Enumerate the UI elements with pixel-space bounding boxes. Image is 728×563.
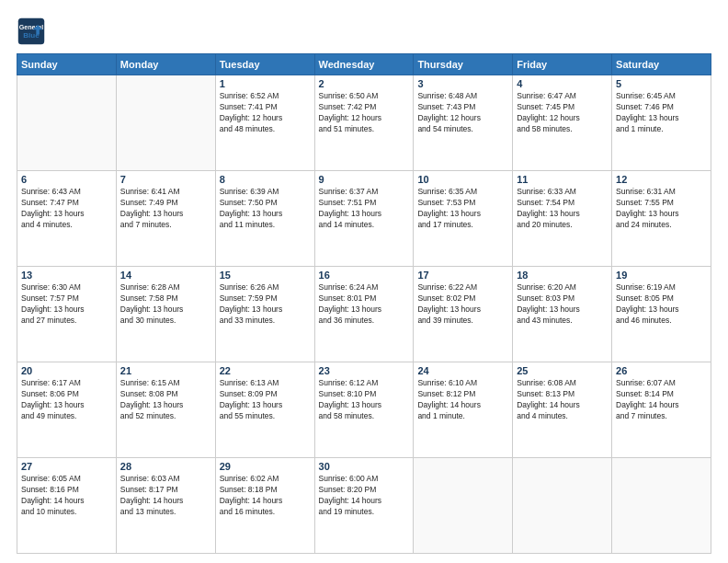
calendar-cell: 21Sunrise: 6:15 AM Sunset: 8:08 PM Dayli… (116, 362, 215, 458)
day-number: 19 (616, 270, 707, 281)
calendar-cell: 7Sunrise: 6:41 AM Sunset: 7:49 PM Daylig… (116, 171, 215, 267)
weekday-header-monday: Monday (116, 54, 215, 75)
calendar-cell: 16Sunrise: 6:24 AM Sunset: 8:01 PM Dayli… (314, 267, 414, 362)
day-info: Sunrise: 6:07 AM Sunset: 8:14 PM Dayligh… (616, 378, 707, 422)
day-info: Sunrise: 6:37 AM Sunset: 7:51 PM Dayligh… (319, 187, 410, 231)
calendar-week-row: 27Sunrise: 6:05 AM Sunset: 8:16 PM Dayli… (17, 458, 711, 554)
calendar-cell: 20Sunrise: 6:17 AM Sunset: 8:06 PM Dayli… (17, 362, 117, 458)
calendar-cell: 17Sunrise: 6:22 AM Sunset: 8:02 PM Dayli… (414, 267, 513, 362)
day-info: Sunrise: 6:48 AM Sunset: 7:43 PM Dayligh… (417, 91, 508, 135)
day-info: Sunrise: 6:26 AM Sunset: 7:59 PM Dayligh… (220, 282, 311, 327)
day-number: 7 (120, 174, 211, 185)
calendar-cell: 4Sunrise: 6:47 AM Sunset: 7:45 PM Daylig… (513, 75, 612, 171)
day-info: Sunrise: 6:10 AM Sunset: 8:12 PM Dayligh… (417, 378, 508, 422)
day-info: Sunrise: 6:33 AM Sunset: 7:54 PM Dayligh… (517, 187, 608, 231)
day-number: 6 (21, 174, 112, 185)
calendar-cell: 5Sunrise: 6:45 AM Sunset: 7:46 PM Daylig… (612, 75, 711, 171)
calendar-cell: 23Sunrise: 6:12 AM Sunset: 8:10 PM Dayli… (314, 362, 414, 458)
calendar-cell: 2Sunrise: 6:50 AM Sunset: 7:42 PM Daylig… (314, 75, 414, 171)
calendar-cell: 1Sunrise: 6:52 AM Sunset: 7:41 PM Daylig… (215, 75, 314, 171)
weekday-header-sunday: Sunday (17, 54, 117, 75)
day-number: 16 (319, 270, 410, 281)
day-number: 26 (616, 365, 707, 376)
logo: General Blue (17, 17, 50, 46)
day-number: 21 (120, 365, 211, 376)
calendar-cell: 22Sunrise: 6:13 AM Sunset: 8:09 PM Dayli… (215, 362, 314, 458)
day-info: Sunrise: 6:03 AM Sunset: 8:17 PM Dayligh… (120, 474, 211, 518)
calendar-week-row: 1Sunrise: 6:52 AM Sunset: 7:41 PM Daylig… (17, 75, 711, 171)
calendar-cell: 13Sunrise: 6:30 AM Sunset: 7:57 PM Dayli… (17, 267, 117, 362)
day-info: Sunrise: 6:28 AM Sunset: 7:58 PM Dayligh… (120, 282, 211, 327)
day-number: 25 (517, 365, 608, 376)
calendar-cell: 24Sunrise: 6:10 AM Sunset: 8:12 PM Dayli… (414, 362, 513, 458)
day-info: Sunrise: 6:05 AM Sunset: 8:16 PM Dayligh… (21, 474, 112, 518)
calendar-cell: 28Sunrise: 6:03 AM Sunset: 8:17 PM Dayli… (116, 458, 215, 554)
calendar-cell (513, 458, 612, 554)
day-info: Sunrise: 6:13 AM Sunset: 8:09 PM Dayligh… (220, 378, 311, 422)
calendar-cell: 26Sunrise: 6:07 AM Sunset: 8:14 PM Dayli… (612, 362, 711, 458)
day-number: 14 (120, 270, 211, 281)
day-number: 23 (319, 365, 410, 376)
day-number: 1 (220, 78, 311, 89)
day-number: 3 (417, 78, 508, 89)
day-info: Sunrise: 6:20 AM Sunset: 8:03 PM Dayligh… (517, 282, 608, 327)
day-number: 8 (220, 174, 311, 185)
day-info: Sunrise: 6:19 AM Sunset: 8:05 PM Dayligh… (616, 282, 707, 327)
day-number: 24 (417, 365, 508, 376)
calendar-cell: 25Sunrise: 6:08 AM Sunset: 8:13 PM Dayli… (513, 362, 612, 458)
logo-icon: General Blue (17, 17, 46, 46)
day-number: 29 (220, 461, 311, 472)
day-number: 30 (319, 461, 410, 472)
calendar-cell: 9Sunrise: 6:37 AM Sunset: 7:51 PM Daylig… (314, 171, 414, 267)
weekday-header-saturday: Saturday (612, 54, 711, 75)
day-number: 10 (417, 174, 508, 185)
day-info: Sunrise: 6:08 AM Sunset: 8:13 PM Dayligh… (517, 378, 608, 422)
calendar-cell (17, 75, 117, 171)
calendar-cell: 18Sunrise: 6:20 AM Sunset: 8:03 PM Dayli… (513, 267, 612, 362)
day-info: Sunrise: 6:52 AM Sunset: 7:41 PM Dayligh… (220, 91, 311, 135)
day-number: 18 (517, 270, 608, 281)
day-number: 20 (21, 365, 112, 376)
calendar-week-row: 20Sunrise: 6:17 AM Sunset: 8:06 PM Dayli… (17, 362, 711, 458)
weekday-header-row: SundayMondayTuesdayWednesdayThursdayFrid… (17, 54, 711, 75)
calendar-cell (414, 458, 513, 554)
day-number: 11 (517, 174, 608, 185)
calendar-table: SundayMondayTuesdayWednesdayThursdayFrid… (17, 53, 711, 554)
day-info: Sunrise: 6:31 AM Sunset: 7:55 PM Dayligh… (616, 187, 707, 231)
calendar-cell: 14Sunrise: 6:28 AM Sunset: 7:58 PM Dayli… (116, 267, 215, 362)
day-number: 4 (517, 78, 608, 89)
day-info: Sunrise: 6:00 AM Sunset: 8:20 PM Dayligh… (319, 474, 410, 518)
day-info: Sunrise: 6:50 AM Sunset: 7:42 PM Dayligh… (319, 91, 410, 135)
day-number: 22 (220, 365, 311, 376)
calendar-cell: 3Sunrise: 6:48 AM Sunset: 7:43 PM Daylig… (414, 75, 513, 171)
calendar-week-row: 13Sunrise: 6:30 AM Sunset: 7:57 PM Dayli… (17, 267, 711, 362)
day-info: Sunrise: 6:47 AM Sunset: 7:45 PM Dayligh… (517, 91, 608, 135)
day-info: Sunrise: 6:45 AM Sunset: 7:46 PM Dayligh… (616, 91, 707, 135)
day-info: Sunrise: 6:41 AM Sunset: 7:49 PM Dayligh… (120, 187, 211, 231)
day-info: Sunrise: 6:39 AM Sunset: 7:50 PM Dayligh… (220, 187, 311, 231)
calendar-cell: 27Sunrise: 6:05 AM Sunset: 8:16 PM Dayli… (17, 458, 117, 554)
day-info: Sunrise: 6:17 AM Sunset: 8:06 PM Dayligh… (21, 378, 112, 422)
page: General Blue SundayMondayTuesdayWednesda… (0, 0, 728, 563)
calendar-cell: 6Sunrise: 6:43 AM Sunset: 7:47 PM Daylig… (17, 171, 117, 267)
calendar-cell: 15Sunrise: 6:26 AM Sunset: 7:59 PM Dayli… (215, 267, 314, 362)
calendar-cell (612, 458, 711, 554)
calendar-cell: 29Sunrise: 6:02 AM Sunset: 8:18 PM Dayli… (215, 458, 314, 554)
day-info: Sunrise: 6:22 AM Sunset: 8:02 PM Dayligh… (417, 282, 508, 327)
weekday-header-wednesday: Wednesday (314, 54, 414, 75)
day-number: 28 (120, 461, 211, 472)
day-number: 5 (616, 78, 707, 89)
calendar-cell: 8Sunrise: 6:39 AM Sunset: 7:50 PM Daylig… (215, 171, 314, 267)
day-info: Sunrise: 6:35 AM Sunset: 7:53 PM Dayligh… (417, 187, 508, 231)
weekday-header-thursday: Thursday (414, 54, 513, 75)
calendar-cell: 19Sunrise: 6:19 AM Sunset: 8:05 PM Dayli… (612, 267, 711, 362)
day-number: 15 (220, 270, 311, 281)
calendar-cell (116, 75, 215, 171)
weekday-header-friday: Friday (513, 54, 612, 75)
day-info: Sunrise: 6:43 AM Sunset: 7:47 PM Dayligh… (21, 187, 112, 231)
day-info: Sunrise: 6:30 AM Sunset: 7:57 PM Dayligh… (21, 282, 112, 327)
day-info: Sunrise: 6:12 AM Sunset: 8:10 PM Dayligh… (319, 378, 410, 422)
day-number: 2 (319, 78, 410, 89)
day-info: Sunrise: 6:24 AM Sunset: 8:01 PM Dayligh… (319, 282, 410, 327)
calendar-cell: 12Sunrise: 6:31 AM Sunset: 7:55 PM Dayli… (612, 171, 711, 267)
